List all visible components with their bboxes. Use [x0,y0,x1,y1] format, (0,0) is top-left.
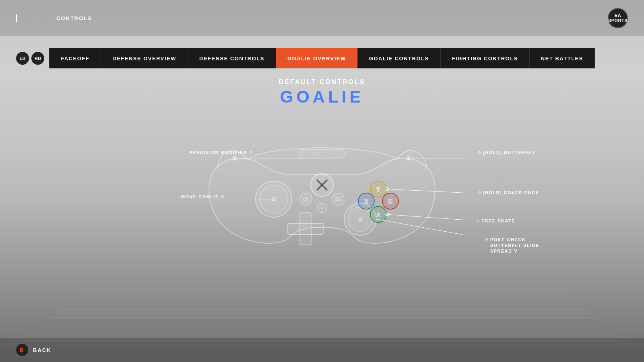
breadcrumb-controls: CONTROLS [56,15,92,21]
svg-point-18 [317,203,327,213]
breadcrumb: SETTINGS CONTROLS [16,14,92,22]
svg-text:Y: Y [376,186,380,193]
spread-v-label: SPREAD V [490,249,539,253]
controller-svg: Y B X A [181,115,463,288]
back-button[interactable]: B BACK [16,344,52,356]
svg-text:B: B [388,198,392,205]
breadcrumb-bar [16,14,17,22]
nav-tabs: LB RB FACEOFF DEFENSE OVERVIEW DEFENSE C… [16,48,628,68]
ea-sports-logo: EASPORTS [608,8,628,28]
controls-title: GOALIE [280,87,364,107]
free-skate-label: FREE SKATE [477,218,515,223]
main-content: DEFAULT CONTROLS GOALIE [0,74,644,338]
back-label: BACK [33,347,52,353]
controller-area: Y B X A [181,115,463,288]
lb-button[interactable]: LB [16,52,29,65]
right-stick-labels: POKE CHECK BUTTERFLY SLIDE SPREAD V [485,237,539,253]
bumper-buttons: LB RB [16,52,44,65]
tab-goalie-controls[interactable]: GOALIE CONTROLS [358,48,441,68]
svg-point-7 [348,207,372,231]
default-controls-label: DEFAULT CONTROLS [279,78,365,86]
tab-goalie-overview[interactable]: GOALIE OVERVIEW [276,48,358,68]
svg-text:X: X [364,198,368,205]
breadcrumb-settings: SETTINGS [21,15,53,21]
tab-fighting-controls[interactable]: FIGHTING CONTROLS [441,48,530,68]
poke-check-label: POKE CHECK [490,237,539,242]
svg-rect-0 [300,149,344,158]
svg-point-15 [300,193,312,205]
hold-cover-puck-label: [HOLD] COVER PUCK [478,190,539,195]
header: SETTINGS CONTROLS EASPORTS [0,0,644,36]
precision-modifier-label: PRECISION MODIFIER [189,150,252,155]
svg-rect-9 [288,223,323,234]
move-goalie-label: MOVE GOALIE [181,194,224,199]
tab-defense-controls[interactable]: DEFENSE CONTROLS [188,48,276,68]
svg-text:A: A [376,212,380,218]
tab-faceoff[interactable]: FACEOFF [49,48,101,68]
bottom-bar: B BACK [0,338,644,362]
tab-net-battles[interactable]: NET BATTLES [530,48,595,68]
hold-butterfly-label: [HOLD] BUTTERFLY [478,150,535,155]
butterfly-slide-label: BUTTERFLY SLIDE [490,243,539,248]
b-button-icon: B [16,344,28,356]
rb-button[interactable]: RB [31,52,44,65]
tab-defense-overview[interactable]: DEFENSE OVERVIEW [101,48,188,68]
